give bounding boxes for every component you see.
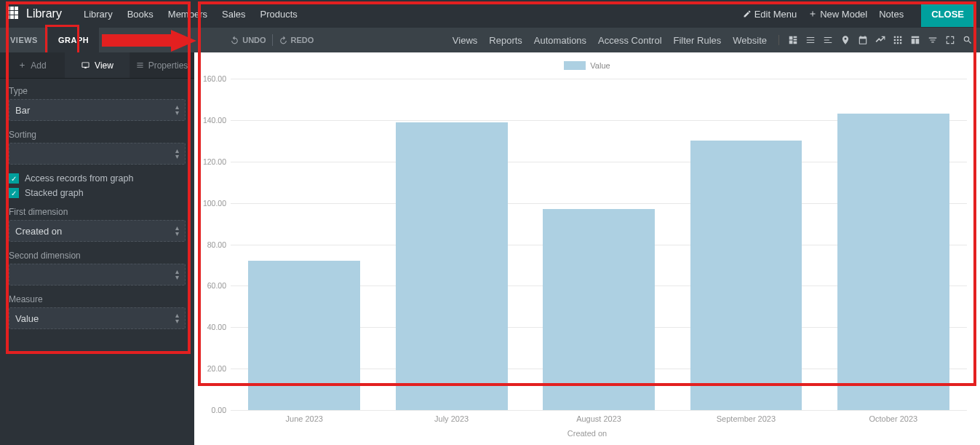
svg-rect-0 <box>102 34 171 47</box>
bar-column: July 2023 <box>378 79 525 410</box>
bar[interactable] <box>837 114 949 410</box>
table-icon[interactable] <box>910 35 920 45</box>
type-select[interactable]: Bar ▴▾ <box>9 99 186 121</box>
nav-members[interactable]: Members <box>168 9 207 20</box>
secondbar: VIEWS GRAPH UNDO REDO Views Reports Auto… <box>0 28 980 52</box>
list-icon[interactable] <box>805 35 816 45</box>
legend-swatch <box>564 61 586 70</box>
redo-icon <box>279 36 288 45</box>
chevron-updown-icon: ▴▾ <box>175 104 179 116</box>
notes-link[interactable]: Notes <box>879 9 904 20</box>
x-axis-label: Created on <box>567 429 607 438</box>
y-tick-label: 120.00 <box>203 157 226 166</box>
annotation-arrow <box>102 30 196 52</box>
tab-graph[interactable]: GRAPH <box>48 28 99 52</box>
bar[interactable] <box>396 122 508 410</box>
app-grid-icon[interactable] <box>6 7 20 21</box>
pencil-icon <box>743 9 752 18</box>
bar[interactable] <box>690 141 802 410</box>
list-icon <box>136 61 144 69</box>
y-tick-label: 100.00 <box>203 199 226 208</box>
toolbar-link-reports[interactable]: Reports <box>489 35 522 46</box>
undo-button[interactable]: UNDO <box>230 36 266 45</box>
check-icon: ✓ <box>9 188 19 198</box>
x-tick-label: July 2023 <box>434 414 469 423</box>
toolbar-link-website[interactable]: Website <box>733 35 767 46</box>
monitor-icon <box>81 61 90 69</box>
chevron-updown-icon: ▴▾ <box>175 148 179 160</box>
view-type-icons <box>778 35 973 45</box>
panel-tab-view[interactable]: View <box>65 52 130 78</box>
nav-products[interactable]: Products <box>260 9 298 20</box>
main-area: Add View Properties Type Bar ▴▾ Sorting <box>0 52 980 445</box>
chevron-updown-icon: ▴▾ <box>175 312 179 324</box>
x-tick-label: October 2023 <box>869 414 918 423</box>
plus-icon <box>18 61 26 69</box>
calendar-icon[interactable] <box>858 35 868 45</box>
edit-menu-button[interactable]: Edit Menu <box>743 9 797 20</box>
bars-container: June 2023July 2023August 2023September 2… <box>231 79 967 410</box>
plot-area: 160.00140.00120.00100.0080.0060.0040.002… <box>231 79 967 410</box>
plus-icon <box>808 9 817 18</box>
bar[interactable] <box>248 261 360 410</box>
chart-area: Value 160.00140.00120.00100.0080.0060.00… <box>194 52 980 445</box>
toolbar-link-access-control[interactable]: Access Control <box>598 35 661 46</box>
sort-icon[interactable] <box>928 35 938 45</box>
bar-column: October 2023 <box>820 79 967 410</box>
nav-books[interactable]: Books <box>127 9 154 20</box>
bar-column: August 2023 <box>525 79 672 410</box>
layout-icon[interactable] <box>788 35 798 45</box>
new-model-button[interactable]: New Model <box>808 9 867 20</box>
legend-label: Value <box>590 61 610 70</box>
undo-icon <box>230 36 239 45</box>
y-tick-label: 140.00 <box>203 116 226 125</box>
chevron-updown-icon: ▴▾ <box>175 269 179 280</box>
toolbar-link-views[interactable]: Views <box>453 35 477 46</box>
bar-column: June 2023 <box>231 79 378 410</box>
checkbox-access-records[interactable]: ✓ Access records from graph <box>9 173 186 184</box>
check-icon: ✓ <box>9 173 19 184</box>
y-tick-label: 0.00 <box>212 406 226 414</box>
gridline <box>231 410 967 411</box>
second-dimension-label: Second dimension <box>9 251 186 261</box>
y-tick-label: 40.00 <box>207 323 226 331</box>
svg-marker-1 <box>171 30 196 52</box>
expand-icon[interactable] <box>945 35 955 45</box>
measure-select[interactable]: Value ▴▾ <box>9 307 186 329</box>
first-dimension-select[interactable]: Created on ▴▾ <box>9 220 186 242</box>
nav-library[interactable]: Library <box>84 9 113 20</box>
chart-legend: Value <box>200 58 974 70</box>
x-tick-label: June 2023 <box>286 414 323 423</box>
sorting-select[interactable]: ▴▾ <box>9 143 186 165</box>
pin-icon[interactable] <box>840 35 850 45</box>
x-tick-label: September 2023 <box>717 414 776 423</box>
app-title: Library <box>26 7 62 20</box>
close-button[interactable]: CLOSE <box>921 1 974 27</box>
second-dimension-select[interactable]: ▴▾ <box>9 264 186 285</box>
redo-button[interactable]: REDO <box>279 36 314 45</box>
nav-sales[interactable]: Sales <box>222 9 246 20</box>
y-tick-label: 80.00 <box>207 240 226 249</box>
first-dimension-label: First dimension <box>9 207 186 217</box>
chevron-updown-icon: ▴▾ <box>175 225 179 237</box>
x-tick-label: August 2023 <box>576 414 621 423</box>
y-tick-label: 60.00 <box>207 281 226 290</box>
align-icon[interactable] <box>823 35 833 45</box>
topbar: Library Library Books Members Sales Prod… <box>0 0 980 28</box>
y-tick-label: 160.00 <box>203 74 226 83</box>
grid-icon[interactable] <box>893 35 903 45</box>
y-tick-label: 20.00 <box>207 364 226 373</box>
checkbox-stacked-graph[interactable]: ✓ Stacked graph <box>9 188 186 198</box>
sidebar-panel: Add View Properties Type Bar ▴▾ Sorting <box>0 52 194 445</box>
chart-icon[interactable] <box>875 35 885 45</box>
bar-column: September 2023 <box>672 79 819 410</box>
toolbar-link-filter-rules[interactable]: Filter Rules <box>674 35 722 46</box>
tab-views[interactable]: VIEWS <box>0 28 48 52</box>
toolbar-link-automations[interactable]: Automations <box>534 35 586 46</box>
bar[interactable] <box>543 209 655 410</box>
search-icon[interactable] <box>963 35 973 45</box>
panel-tab-add[interactable]: Add <box>0 52 65 78</box>
panel-tab-properties[interactable]: Properties <box>130 52 194 78</box>
sorting-label: Sorting <box>9 130 186 140</box>
type-label: Type <box>9 86 186 96</box>
